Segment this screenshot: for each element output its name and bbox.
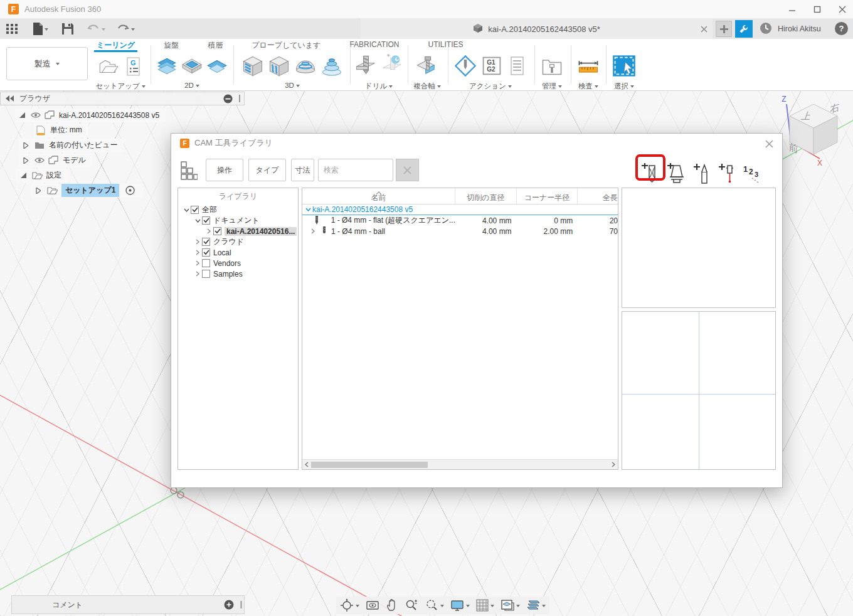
filter-type-button[interactable]: タイプ: [248, 159, 286, 181]
library-item-samples[interactable]: Samples: [182, 268, 298, 279]
2d-pocket-icon[interactable]: [181, 55, 203, 80]
comment-bar[interactable]: コメント: [11, 595, 245, 614]
library-item-all[interactable]: 全部: [182, 204, 298, 215]
panel-resize-handle[interactable]: [238, 94, 241, 103]
document-tab[interactable]: kai-A.20140205162443508 v5*: [361, 19, 713, 39]
new-file-icon[interactable]: [29, 19, 52, 39]
expanded-triangle-icon[interactable]: [15, 112, 29, 118]
eye-icon[interactable]: [33, 157, 46, 164]
table-row[interactable]: 1 - Ø4 mm - flat (超硬スクエアエン... 4.00 mm 0 …: [302, 215, 618, 226]
scroll-left-icon[interactable]: [302, 460, 311, 470]
simulate-icon[interactable]: [453, 54, 477, 80]
tab-utilities[interactable]: UTILITIES: [426, 39, 466, 52]
browser-header[interactable]: ブラウザ: [0, 92, 245, 105]
filter-operation-button[interactable]: 操作: [206, 159, 243, 181]
browser-row-root[interactable]: kai-A.20140205162443508 v5: [0, 108, 251, 122]
dialog-close-icon[interactable]: [763, 138, 775, 149]
expanded-triangle-icon[interactable]: [16, 173, 30, 178]
group-label-multiaxis[interactable]: 複合軸: [409, 82, 445, 91]
help-icon[interactable]: ?: [835, 22, 848, 35]
chevron-down-icon[interactable]: [304, 208, 312, 211]
group-label-select[interactable]: 選択: [607, 82, 641, 91]
panel-visibility-icon[interactable]: [223, 94, 233, 104]
view-cube[interactable]: 上 前 右 Z X: [780, 94, 849, 168]
browser-item-label[interactable]: kai-A.20140205162443508 v5: [59, 111, 159, 120]
renumber-tools-icon[interactable]: 1 2 3: [739, 162, 763, 185]
eye-icon[interactable]: [29, 112, 43, 119]
checkbox-unchecked-icon[interactable]: [202, 259, 210, 267]
maximize-icon[interactable]: [813, 5, 822, 14]
browser-item-label[interactable]: 名前の付いたビュー: [49, 140, 117, 151]
add-turning-tool-icon[interactable]: [689, 162, 713, 185]
viewports-icon[interactable]: [501, 599, 520, 612]
tab-additive[interactable]: 積層: [205, 39, 225, 52]
minimize-icon[interactable]: [788, 5, 797, 14]
checkbox-checked-icon[interactable]: [191, 206, 199, 214]
close-tab-icon[interactable]: [697, 23, 710, 35]
chevron-right-icon[interactable]: [193, 239, 202, 245]
grid-settings-icon[interactable]: [476, 599, 494, 612]
job-status-wrench-icon[interactable]: [735, 20, 753, 38]
search-input[interactable]: [318, 159, 393, 181]
layout-icon[interactable]: [526, 600, 546, 611]
chevron-right-icon[interactable]: [193, 250, 202, 255]
fit-zoom-icon[interactable]: [425, 599, 444, 612]
tab-turning[interactable]: 旋盤: [161, 39, 181, 52]
thread-tool-icon[interactable]: [380, 54, 404, 80]
select-icon[interactable]: [612, 54, 637, 80]
chevron-right-icon[interactable]: [204, 228, 213, 234]
group-label-inspect[interactable]: 検査: [572, 82, 605, 91]
browser-item-label[interactable]: 単位: mm: [50, 125, 82, 135]
add-probe-icon[interactable]: [714, 162, 738, 185]
orbit-icon[interactable]: [340, 598, 359, 612]
tab-inspection[interactable]: プローブしています: [249, 39, 323, 52]
close-icon[interactable]: [838, 5, 847, 14]
redo-icon[interactable]: [113, 19, 139, 39]
checkbox-unchecked-icon[interactable]: [202, 270, 210, 278]
group-label-3d[interactable]: 3D: [238, 82, 346, 89]
add-comment-icon[interactable]: [224, 600, 234, 610]
add-holder-icon[interactable]: [664, 162, 688, 185]
panel-resize-handle[interactable]: [240, 600, 243, 609]
save-icon[interactable]: [58, 19, 77, 39]
checkbox-checked-icon[interactable]: [213, 227, 221, 235]
library-item-vendors[interactable]: Vendors: [182, 258, 298, 268]
chevron-right-icon[interactable]: [193, 271, 202, 277]
browser-item-label-selected[interactable]: セットアップ1: [61, 184, 119, 197]
column-header-length[interactable]: 全長: [578, 188, 618, 204]
collapsed-triangle-icon[interactable]: [19, 157, 33, 164]
user-account-button[interactable]: Hiroki Akitsu: [778, 19, 821, 39]
dialog-title-bar[interactable]: F CAM 工具ライブラリ: [171, 134, 782, 152]
library-item-document[interactable]: kai-A.2014020516...: [182, 226, 298, 236]
workspace-selector[interactable]: 製造: [6, 47, 88, 80]
adaptive-clearing-icon[interactable]: [241, 54, 265, 80]
tab-milling[interactable]: ミーリング: [94, 39, 137, 52]
pan-icon[interactable]: [386, 599, 398, 612]
scallop-icon[interactable]: [294, 54, 317, 80]
filter-dimension-button[interactable]: 寸法: [291, 159, 314, 181]
table-row[interactable]: 1 - Ø4 mm - ball 4.00 mm 2.00 mm 70: [302, 226, 618, 236]
add-mill-tool-icon[interactable]: [638, 162, 662, 185]
column-header-corner[interactable]: コーナー半径: [517, 188, 578, 204]
scroll-right-icon[interactable]: [609, 460, 618, 470]
app-grid-icon[interactable]: [3, 19, 21, 39]
library-item-cloud[interactable]: クラウド: [182, 236, 298, 247]
look-at-icon[interactable]: [366, 600, 379, 611]
collapse-panel-icon[interactable]: [6, 95, 14, 102]
clear-search-icon[interactable]: [396, 159, 419, 181]
group-label-drill[interactable]: ドリル: [352, 82, 405, 91]
chevron-right-icon[interactable]: [309, 228, 317, 234]
gcode-doc-icon[interactable]: G: [122, 55, 144, 80]
scrollbar-thumb[interactable]: [311, 462, 428, 468]
setup-sheet-icon[interactable]: [506, 54, 527, 80]
chevron-down-icon[interactable]: [182, 208, 191, 212]
undo-icon[interactable]: [83, 19, 109, 39]
group-label-2d[interactable]: 2D: [154, 82, 230, 89]
checkbox-checked-icon[interactable]: [202, 216, 210, 225]
clock-icon[interactable]: [759, 21, 773, 38]
face-mill-icon[interactable]: [156, 55, 178, 80]
collapsed-triangle-icon[interactable]: [31, 188, 45, 194]
target-icon[interactable]: [123, 186, 137, 195]
display-settings-icon[interactable]: [450, 600, 470, 612]
group-label-action[interactable]: アクション: [450, 82, 531, 91]
